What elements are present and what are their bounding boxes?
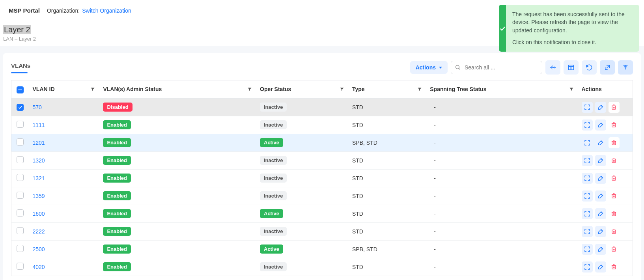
edit-row-button[interactable] (595, 244, 606, 255)
filter-icon[interactable] (247, 87, 252, 91)
stp-cell: - (426, 222, 577, 240)
type-cell: STD (348, 258, 426, 276)
type-cell: STD (348, 222, 426, 240)
filter-icon[interactable] (569, 87, 574, 91)
stp-cell: - (426, 169, 577, 187)
expand-columns-button[interactable] (545, 60, 560, 75)
row-checkbox[interactable] (17, 174, 24, 181)
delete-row-button[interactable] (609, 226, 620, 237)
open-external-button[interactable] (600, 60, 615, 75)
vlan-id-link[interactable]: 4020 (33, 264, 45, 270)
actions-dropdown[interactable]: Actions (410, 61, 448, 74)
table-row: 1359EnabledInactiveSTD- (11, 187, 633, 205)
delete-row-button[interactable] (609, 190, 620, 202)
stp-cell: - (426, 240, 577, 258)
search-input[interactable] (451, 61, 542, 74)
oper-status-pill: Inactive (260, 174, 287, 183)
edit-row-button[interactable] (595, 190, 606, 202)
expand-row-button[interactable] (582, 244, 593, 255)
svg-rect-52 (612, 248, 616, 252)
table-row: 2500EnabledActiveSPB, STD- (11, 240, 633, 258)
switch-organization-link[interactable]: Switch Organization (82, 7, 131, 14)
expand-row-button[interactable] (582, 226, 593, 237)
expand-row-button[interactable] (582, 102, 593, 113)
svg-rect-17 (612, 124, 616, 127)
stp-cell: - (426, 98, 577, 116)
vlan-id-link[interactable]: 2500 (33, 246, 45, 252)
vlan-id-link[interactable]: 1111 (33, 122, 45, 128)
filter-icon[interactable] (340, 87, 344, 91)
vlan-id-link[interactable]: 570 (33, 104, 42, 110)
svg-rect-22 (612, 142, 616, 145)
success-toast[interactable]: The request has been successfully sent t… (499, 5, 639, 52)
expand-row-button[interactable] (582, 173, 593, 184)
upload-button[interactable] (618, 60, 633, 75)
vlan-id-link[interactable]: 1359 (33, 193, 45, 199)
row-checkbox[interactable] (17, 209, 24, 217)
edit-row-button[interactable] (595, 102, 606, 113)
admin-status-badge: Enabled (103, 191, 131, 200)
svg-rect-47 (612, 230, 616, 234)
select-all-checkbox[interactable] (17, 86, 24, 93)
expand-row-button[interactable] (582, 190, 593, 202)
row-checkbox[interactable] (17, 245, 24, 252)
row-checkbox[interactable] (17, 121, 24, 128)
filter-icon[interactable] (417, 87, 422, 91)
row-checkbox[interactable] (17, 263, 24, 270)
delete-row-button[interactable] (609, 137, 620, 148)
svg-point-0 (456, 65, 459, 69)
toast-message: The request has been successfully sent t… (512, 10, 633, 34)
delete-row-button[interactable] (609, 155, 620, 166)
filter-icon[interactable] (90, 87, 95, 91)
col-actions-label: Actions (582, 86, 602, 92)
expand-row-button[interactable] (582, 261, 593, 273)
stp-cell: - (426, 205, 577, 222)
edit-row-button[interactable] (595, 173, 606, 184)
toast-close-hint: Click on this notification to close it. (512, 38, 633, 46)
edit-row-button[interactable] (595, 226, 606, 237)
vlan-id-link[interactable]: 1321 (33, 175, 45, 181)
vlan-id-link[interactable]: 1320 (33, 157, 45, 164)
delete-row-button[interactable] (609, 173, 620, 184)
columns-button[interactable] (564, 60, 579, 75)
vlan-id-link[interactable]: 2222 (33, 228, 45, 235)
edit-row-button[interactable] (595, 155, 606, 166)
expand-row-button[interactable] (582, 119, 593, 131)
refresh-button[interactable] (582, 60, 597, 75)
table-row: 1321EnabledInactiveSTD- (11, 169, 633, 187)
admin-status-badge: Enabled (103, 262, 131, 271)
edit-row-button[interactable] (595, 261, 606, 273)
edit-row-button[interactable] (595, 137, 606, 148)
expand-row-button[interactable] (582, 137, 593, 148)
edit-row-button[interactable] (595, 119, 606, 131)
page-title: Layer 2 (3, 25, 31, 34)
col-type-label: Type (352, 86, 365, 92)
expand-row-button[interactable] (582, 155, 593, 166)
delete-row-button[interactable] (609, 261, 620, 273)
oper-status-pill: Inactive (260, 156, 287, 165)
row-checkbox[interactable] (17, 192, 24, 199)
row-checkbox[interactable] (17, 138, 24, 146)
table-row: 2222EnabledInactiveSTD- (11, 222, 633, 240)
delete-row-button[interactable] (609, 244, 620, 255)
svg-rect-57 (612, 266, 616, 269)
oper-status-pill: Inactive (260, 262, 287, 271)
edit-row-button[interactable] (595, 208, 606, 219)
row-checkbox[interactable] (17, 104, 24, 111)
vlans-tab[interactable]: VLANs (11, 62, 30, 73)
col-stp: Spanning Tree Status (426, 80, 577, 99)
type-cell: STD (348, 169, 426, 187)
col-admin-status: VLAN(s) Admin Status (99, 80, 256, 99)
svg-rect-42 (612, 213, 616, 216)
delete-row-button[interactable] (609, 102, 620, 113)
admin-status-badge: Disabled (103, 103, 132, 112)
delete-row-button[interactable] (609, 119, 620, 131)
col-oper-status-label: Oper Status (260, 86, 291, 92)
row-checkbox[interactable] (17, 227, 24, 234)
vlan-id-link[interactable]: 1201 (33, 140, 45, 146)
expand-row-button[interactable] (582, 208, 593, 219)
vlan-id-link[interactable]: 1600 (33, 211, 45, 217)
row-checkbox[interactable] (17, 156, 24, 163)
delete-row-button[interactable] (609, 208, 620, 219)
stp-cell: - (426, 151, 577, 169)
